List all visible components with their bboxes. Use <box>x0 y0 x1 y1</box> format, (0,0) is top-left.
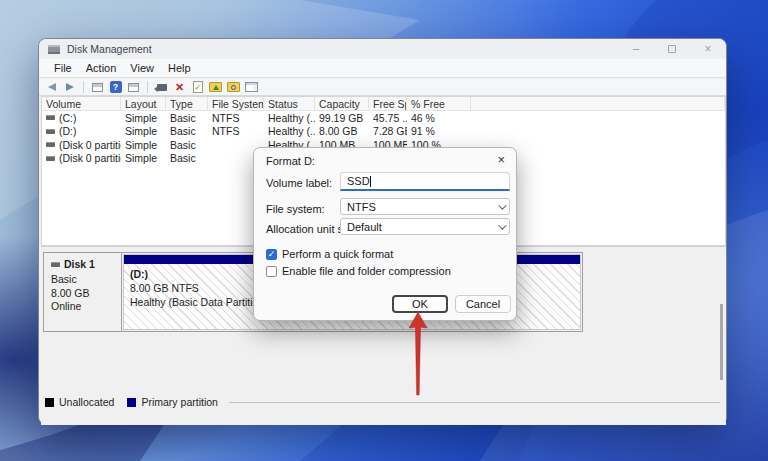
file-system-value: NTFS <box>347 201 376 213</box>
console-tree-button[interactable] <box>90 80 105 94</box>
cell-status: Healthy (... <box>264 125 315 137</box>
column-header-filesystem[interactable]: File System <box>208 97 264 110</box>
chevron-down-icon <box>498 201 506 209</box>
forward-icon <box>66 83 74 91</box>
checkbox-checked-icon[interactable]: ✓ <box>266 249 277 260</box>
properties-check-icon: ✓ <box>193 81 203 93</box>
cell-type: Basic <box>166 152 208 164</box>
chevron-down-icon <box>498 221 506 229</box>
action-popup-icon <box>157 84 167 91</box>
details-button[interactable] <box>244 80 259 94</box>
maximize-button[interactable] <box>654 39 690 59</box>
volume-label-label: Volume label: <box>266 177 332 189</box>
compression-checkbox-row[interactable]: Enable file and folder compression <box>266 265 451 277</box>
column-header-freespace[interactable]: Free Sp... <box>369 97 407 110</box>
cell-status: Healthy (... <box>264 112 315 124</box>
menu-file[interactable]: File <box>47 62 79 74</box>
explore-folder-button[interactable] <box>226 80 241 94</box>
cell-filesystem: NTFS <box>208 125 264 137</box>
details-icon <box>245 82 258 92</box>
help-button[interactable]: ? <box>108 80 123 94</box>
action-popup-button[interactable] <box>154 80 169 94</box>
dialog-close-button[interactable]: × <box>497 152 505 167</box>
window-controls: – × <box>618 39 726 59</box>
disk-management-window: Disk Management – × File Action View Hel… <box>38 38 727 425</box>
disk-management-app-icon <box>48 45 60 54</box>
cell-percentfree: 91 % <box>407 125 471 137</box>
maximize-icon <box>668 45 676 53</box>
legend: Unallocated Primary partition <box>45 396 720 408</box>
column-header-type[interactable]: Type <box>166 97 208 110</box>
allocation-unit-select[interactable]: Default <box>340 218 510 235</box>
column-header-status[interactable]: Status <box>264 97 315 110</box>
forward-button[interactable] <box>62 80 77 94</box>
menu-help[interactable]: Help <box>161 62 198 74</box>
volume-list-header: Volume Layout Type File System Status Ca… <box>42 97 725 111</box>
disk-status: Online <box>51 300 121 312</box>
disk-icon <box>51 262 60 267</box>
legend-unallocated-label: Unallocated <box>59 396 114 408</box>
table-row[interactable]: (C:) Simple Basic NTFS Healthy (... 99.1… <box>42 111 725 125</box>
menu-action[interactable]: Action <box>79 62 124 74</box>
show-hide-pane-button[interactable] <box>126 80 141 94</box>
legend-divider <box>229 402 720 403</box>
annotation-arrow <box>404 311 432 397</box>
toolbar-separator <box>147 81 148 93</box>
cell-layout: Simple <box>121 139 166 151</box>
cell-percentfree: 46 % <box>407 112 471 124</box>
volume-icon <box>46 129 55 134</box>
cell-volume: (Disk 0 partition... <box>59 152 121 164</box>
open-folder-icon <box>209 82 222 92</box>
volume-label-value: SSD <box>347 175 370 187</box>
text-caret <box>370 176 371 187</box>
toolbar: ? ✕ ✓ <box>39 79 726 96</box>
close-button[interactable]: × <box>690 39 726 59</box>
explore-folder-icon <box>227 82 240 92</box>
table-row[interactable]: (D:) Simple Basic NTFS Healthy (... 8.00… <box>42 125 725 139</box>
dialog-title: Format D: <box>266 155 315 167</box>
unallocated-swatch <box>45 398 54 407</box>
quick-format-label: Perform a quick format <box>282 248 393 260</box>
checkbox-unchecked-icon[interactable] <box>266 266 277 277</box>
cell-volume: (D:) <box>59 125 77 137</box>
volume-label-input[interactable]: SSD <box>340 172 510 191</box>
back-icon <box>48 83 56 91</box>
cell-layout: Simple <box>121 125 166 137</box>
window-title: Disk Management <box>67 43 152 55</box>
file-system-label: File system: <box>266 203 325 215</box>
minimize-button[interactable]: – <box>618 39 654 59</box>
column-header-filler <box>471 97 725 110</box>
cell-volume: (Disk 0 partition... <box>59 139 121 151</box>
cell-freespace: 45.75 ... <box>369 112 407 124</box>
cell-capacity: 99.19 GB <box>315 112 369 124</box>
delete-volume-icon: ✕ <box>175 82 184 93</box>
properties-button[interactable]: ✓ <box>190 80 205 94</box>
help-icon: ? <box>110 81 122 93</box>
format-dialog: Format D: × Volume label: SSD File syste… <box>253 147 517 321</box>
volume-icon <box>46 156 55 161</box>
quick-format-checkbox-row[interactable]: ✓ Perform a quick format <box>266 248 393 260</box>
open-folder-button[interactable] <box>208 80 223 94</box>
column-header-layout[interactable]: Layout <box>121 97 166 110</box>
cancel-button[interactable]: Cancel <box>455 295 511 313</box>
menu-view[interactable]: View <box>123 62 161 74</box>
menubar: File Action View Help <box>39 59 726 78</box>
disk-size: 8.00 GB <box>51 287 121 299</box>
delete-volume-button[interactable]: ✕ <box>172 80 187 94</box>
compression-label: Enable file and folder compression <box>282 265 451 277</box>
cell-layout: Simple <box>121 112 166 124</box>
back-button[interactable] <box>44 80 59 94</box>
cell-filesystem: NTFS <box>208 112 264 124</box>
column-header-percentfree[interactable]: % Free <box>407 97 471 110</box>
console-tree-icon <box>92 83 103 92</box>
file-system-select[interactable]: NTFS <box>340 198 510 215</box>
cell-type: Basic <box>166 112 208 124</box>
disk1-header[interactable]: Disk 1 Basic 8.00 GB Online <box>44 253 122 331</box>
toolbar-separator <box>83 81 84 93</box>
disk-type: Basic <box>51 273 121 285</box>
column-header-volume[interactable]: Volume <box>42 97 121 110</box>
vertical-scrollbar-thumb[interactable] <box>720 304 723 380</box>
cell-type: Basic <box>166 125 208 137</box>
cell-layout: Simple <box>121 152 166 164</box>
column-header-capacity[interactable]: Capacity <box>315 97 369 110</box>
